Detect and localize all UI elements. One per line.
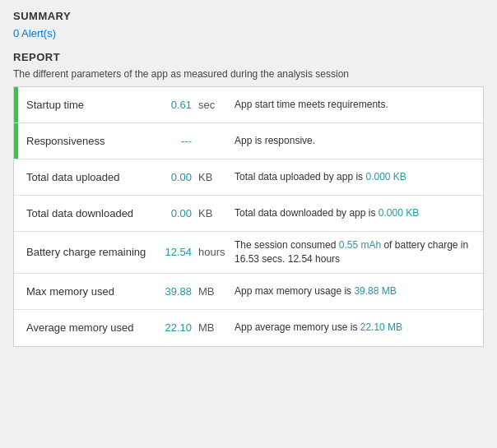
- report-table: Startup time0.61secApp start time meets …: [13, 86, 484, 347]
- row-value: 0.00: [158, 171, 195, 183]
- row-unit: MB: [195, 285, 228, 298]
- row-value: 39.88: [158, 285, 195, 298]
- row-label: Average memory used: [26, 321, 158, 334]
- row-value: 0.00: [158, 207, 195, 219]
- row-label: Total data uploaded: [26, 171, 158, 183]
- row-unit: KB: [195, 207, 228, 219]
- row-description: App max memory usage is 39.88 MB: [228, 284, 475, 298]
- report-description: The different parameters of the app as m…: [13, 68, 484, 80]
- report-title: REPORT: [13, 51, 484, 63]
- report-section: REPORT The different parameters of the a…: [13, 51, 484, 347]
- row-value: 22.10: [158, 321, 195, 334]
- table-row: Battery charge remaining12.54hoursThe se…: [14, 232, 483, 274]
- row-label: Responsiveness: [26, 135, 158, 147]
- summary-title: SUMMARY: [13, 10, 484, 22]
- row-description: Total data uploaded by app is 0.000 KB: [228, 170, 475, 184]
- row-label: Total data downloaded: [26, 207, 158, 219]
- table-row: Responsiveness---App is responsive.: [14, 123, 483, 159]
- table-row: Max memory used39.88MBApp max memory usa…: [14, 274, 483, 310]
- row-value: 12.54: [158, 246, 195, 258]
- row-label: Max memory used: [26, 285, 158, 298]
- table-row: Average memory used22.10MBApp average me…: [14, 310, 483, 346]
- row-unit: sec: [195, 99, 228, 111]
- row-unit: MB: [195, 321, 228, 334]
- row-description: The session consumed 0.55 mAh of battery…: [228, 238, 475, 266]
- row-value: ---: [158, 135, 195, 147]
- row-unit: KB: [195, 171, 228, 183]
- row-label: Startup time: [26, 99, 158, 111]
- row-description: Total data downloaded by app is 0.000 KB: [228, 206, 475, 220]
- table-row: Startup time0.61secApp start time meets …: [14, 87, 483, 123]
- row-unit: hours: [195, 246, 228, 258]
- row-label: Battery charge remaining: [26, 246, 158, 258]
- row-description: App is responsive.: [228, 134, 475, 148]
- row-value: 0.61: [158, 99, 195, 111]
- table-row: Total data downloaded0.00KBTotal data do…: [14, 196, 483, 232]
- main-container: SUMMARY 0 Alert(s) REPORT The different …: [0, 0, 497, 357]
- alerts-link[interactable]: 0 Alert(s): [13, 27, 484, 39]
- row-description: App start time meets requirements.: [228, 98, 475, 112]
- table-row: Total data uploaded0.00KBTotal data uplo…: [14, 159, 483, 196]
- row-description: App average memory use is 22.10 MB: [228, 321, 475, 335]
